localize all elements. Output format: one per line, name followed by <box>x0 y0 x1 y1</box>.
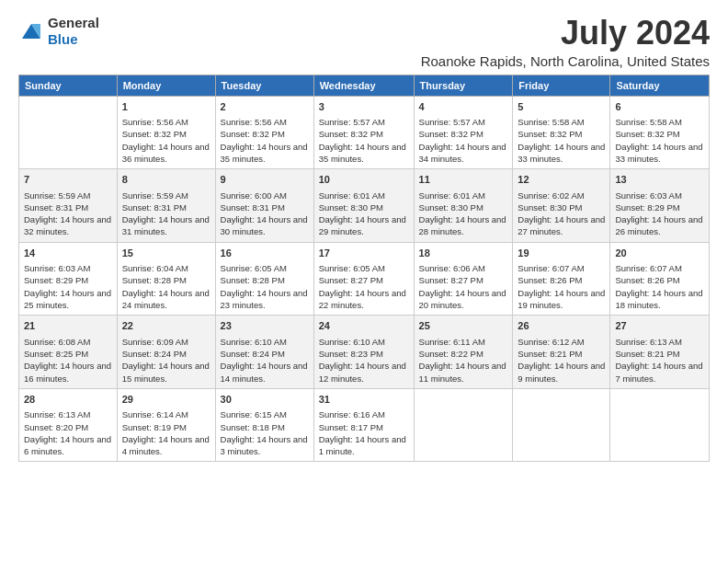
calendar-cell: 8Sunrise: 5:59 AMSunset: 8:31 PMDaylight… <box>117 169 215 243</box>
day-number: 5 <box>518 100 605 114</box>
col-header-sunday: Sunday <box>19 75 118 96</box>
day-number: 20 <box>615 247 704 260</box>
calendar-cell: 17Sunrise: 6:05 AMSunset: 8:27 PMDayligh… <box>313 242 414 316</box>
week-row-5: 28Sunrise: 6:13 AMSunset: 8:20 PMDayligh… <box>19 388 710 462</box>
calendar-cell: 2Sunrise: 5:56 AMSunset: 8:32 PMDaylight… <box>215 96 313 169</box>
day-number: 30 <box>221 393 309 407</box>
day-number: 29 <box>122 393 210 407</box>
cell-info: Sunrise: 6:10 AMSunset: 8:23 PMDaylight:… <box>319 337 406 384</box>
calendar-cell: 6Sunrise: 5:58 AMSunset: 8:32 PMDaylight… <box>610 96 710 169</box>
logo-icon <box>18 20 44 42</box>
calendar-cell: 1Sunrise: 5:56 AMSunset: 8:32 PMDaylight… <box>117 96 215 169</box>
day-number: 13 <box>615 173 704 187</box>
calendar-cell: 13Sunrise: 6:03 AMSunset: 8:29 PMDayligh… <box>610 169 710 243</box>
page: General Blue July 2024 Roanoke Rapids, N… <box>0 0 728 471</box>
calendar-cell: 9Sunrise: 6:00 AMSunset: 8:31 PMDaylight… <box>215 169 313 243</box>
day-number: 22 <box>122 319 210 333</box>
calendar-cell: 25Sunrise: 6:11 AMSunset: 8:22 PMDayligh… <box>414 316 513 389</box>
month-title: July 2024 <box>421 15 710 52</box>
calendar-cell <box>610 388 710 462</box>
calendar-cell: 24Sunrise: 6:10 AMSunset: 8:23 PMDayligh… <box>313 316 414 389</box>
logo: General Blue <box>18 15 99 48</box>
day-number: 26 <box>518 319 605 333</box>
day-number: 16 <box>221 247 309 260</box>
cell-info: Sunrise: 6:11 AMSunset: 8:22 PMDaylight:… <box>419 337 506 384</box>
calendar-cell <box>414 388 513 462</box>
week-row-1: 1Sunrise: 5:56 AMSunset: 8:32 PMDaylight… <box>19 96 710 169</box>
day-number: 28 <box>24 393 112 407</box>
calendar-cell: 18Sunrise: 6:06 AMSunset: 8:27 PMDayligh… <box>414 242 513 316</box>
day-number: 14 <box>24 247 112 260</box>
day-number: 18 <box>419 247 508 260</box>
cell-info: Sunrise: 6:00 AMSunset: 8:31 PMDaylight:… <box>221 190 308 237</box>
calendar-cell: 29Sunrise: 6:14 AMSunset: 8:19 PMDayligh… <box>117 388 215 462</box>
title-area: July 2024 Roanoke Rapids, North Carolina… <box>421 15 710 69</box>
day-number: 23 <box>221 319 309 333</box>
day-number: 24 <box>319 319 409 333</box>
calendar-cell: 19Sunrise: 6:07 AMSunset: 8:26 PMDayligh… <box>513 242 610 316</box>
col-header-tuesday: Tuesday <box>215 75 313 96</box>
day-number: 2 <box>221 100 309 114</box>
logo-text: General Blue <box>48 15 99 48</box>
day-number: 8 <box>122 173 210 187</box>
calendar-cell: 26Sunrise: 6:12 AMSunset: 8:21 PMDayligh… <box>513 316 610 389</box>
col-header-saturday: Saturday <box>610 75 710 96</box>
calendar-cell: 27Sunrise: 6:13 AMSunset: 8:21 PMDayligh… <box>610 316 710 389</box>
day-number: 17 <box>319 247 409 260</box>
calendar-table: SundayMondayTuesdayWednesdayThursdayFrid… <box>18 75 710 463</box>
cell-info: Sunrise: 6:01 AMSunset: 8:30 PMDaylight:… <box>319 190 406 237</box>
logo-blue: Blue <box>48 31 78 47</box>
cell-info: Sunrise: 6:02 AMSunset: 8:30 PMDaylight:… <box>518 190 605 237</box>
day-number: 1 <box>122 100 210 114</box>
day-number: 11 <box>419 173 508 187</box>
logo-general: General <box>48 15 99 30</box>
calendar-cell: 20Sunrise: 6:07 AMSunset: 8:26 PMDayligh… <box>610 242 710 316</box>
cell-info: Sunrise: 6:13 AMSunset: 8:20 PMDaylight:… <box>24 409 111 456</box>
day-number: 3 <box>319 100 409 114</box>
cell-info: Sunrise: 5:56 AMSunset: 8:32 PMDaylight:… <box>122 117 210 164</box>
day-number: 25 <box>419 319 508 333</box>
cell-info: Sunrise: 5:57 AMSunset: 8:32 PMDaylight:… <box>419 117 506 164</box>
day-number: 7 <box>24 173 112 187</box>
cell-info: Sunrise: 6:03 AMSunset: 8:29 PMDaylight:… <box>24 263 111 310</box>
calendar-cell: 30Sunrise: 6:15 AMSunset: 8:18 PMDayligh… <box>215 388 313 462</box>
cell-info: Sunrise: 6:13 AMSunset: 8:21 PMDaylight:… <box>615 337 702 384</box>
cell-info: Sunrise: 5:58 AMSunset: 8:32 PMDaylight:… <box>518 117 605 164</box>
cell-info: Sunrise: 6:06 AMSunset: 8:27 PMDaylight:… <box>419 263 506 310</box>
cell-info: Sunrise: 6:14 AMSunset: 8:19 PMDaylight:… <box>122 409 210 456</box>
day-number: 15 <box>122 247 210 260</box>
cell-info: Sunrise: 6:08 AMSunset: 8:25 PMDaylight:… <box>24 337 111 384</box>
calendar-cell: 4Sunrise: 5:57 AMSunset: 8:32 PMDaylight… <box>414 96 513 169</box>
day-number: 10 <box>319 173 409 187</box>
week-row-2: 7Sunrise: 5:59 AMSunset: 8:31 PMDaylight… <box>19 169 710 243</box>
day-number: 31 <box>319 393 409 407</box>
calendar-cell <box>513 388 610 462</box>
calendar-cell: 22Sunrise: 6:09 AMSunset: 8:24 PMDayligh… <box>117 316 215 389</box>
calendar-cell <box>19 96 118 169</box>
cell-info: Sunrise: 5:59 AMSunset: 8:31 PMDaylight:… <box>24 190 111 237</box>
cell-info: Sunrise: 6:15 AMSunset: 8:18 PMDaylight:… <box>221 409 308 456</box>
cell-info: Sunrise: 6:04 AMSunset: 8:28 PMDaylight:… <box>122 263 210 310</box>
col-header-friday: Friday <box>513 75 610 96</box>
day-number: 12 <box>518 173 605 187</box>
cell-info: Sunrise: 6:05 AMSunset: 8:28 PMDaylight:… <box>221 263 308 310</box>
calendar-cell: 3Sunrise: 5:57 AMSunset: 8:32 PMDaylight… <box>313 96 414 169</box>
calendar-cell: 31Sunrise: 6:16 AMSunset: 8:17 PMDayligh… <box>313 388 414 462</box>
week-row-3: 14Sunrise: 6:03 AMSunset: 8:29 PMDayligh… <box>19 242 710 316</box>
calendar-cell: 16Sunrise: 6:05 AMSunset: 8:28 PMDayligh… <box>215 242 313 316</box>
calendar-cell: 11Sunrise: 6:01 AMSunset: 8:30 PMDayligh… <box>414 169 513 243</box>
col-header-wednesday: Wednesday <box>313 75 414 96</box>
location-title: Roanoke Rapids, North Carolina, United S… <box>421 53 710 69</box>
calendar-cell: 21Sunrise: 6:08 AMSunset: 8:25 PMDayligh… <box>19 316 118 389</box>
cell-info: Sunrise: 6:07 AMSunset: 8:26 PMDaylight:… <box>615 263 702 310</box>
calendar-cell: 28Sunrise: 6:13 AMSunset: 8:20 PMDayligh… <box>19 388 118 462</box>
day-number: 9 <box>221 173 309 187</box>
cell-info: Sunrise: 6:09 AMSunset: 8:24 PMDaylight:… <box>122 337 210 384</box>
cell-info: Sunrise: 6:12 AMSunset: 8:21 PMDaylight:… <box>518 337 605 384</box>
calendar-cell: 12Sunrise: 6:02 AMSunset: 8:30 PMDayligh… <box>513 169 610 243</box>
header: General Blue July 2024 Roanoke Rapids, N… <box>18 15 710 69</box>
cell-info: Sunrise: 5:56 AMSunset: 8:32 PMDaylight:… <box>221 117 308 164</box>
day-number: 6 <box>615 100 704 114</box>
calendar-cell: 7Sunrise: 5:59 AMSunset: 8:31 PMDaylight… <box>19 169 118 243</box>
col-header-monday: Monday <box>117 75 215 96</box>
